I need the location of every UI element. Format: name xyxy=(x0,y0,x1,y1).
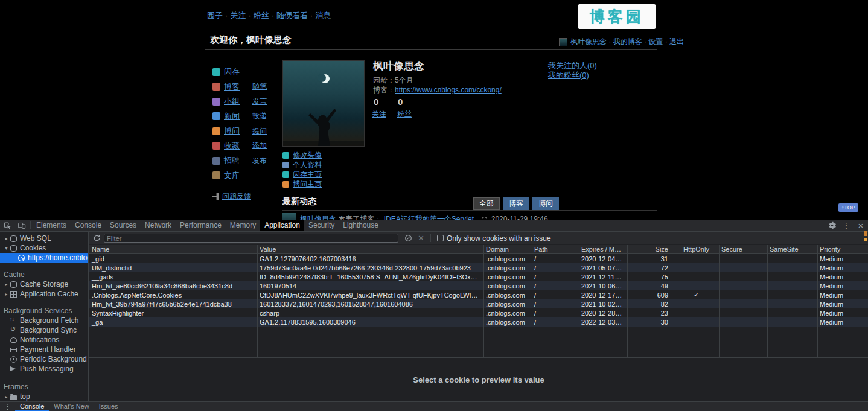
table-row[interactable]: _gaGA1.2.1178831595.1600309046.cnblogs.c… xyxy=(89,317,868,327)
sidebar-item-background-sync[interactable]: Background Sync xyxy=(0,325,88,335)
tab-network[interactable]: Network xyxy=(141,220,176,231)
feed-user-link[interactable]: 枫叶像思念 xyxy=(300,215,336,220)
devtools-menu-icon[interactable]: ⋮ xyxy=(839,220,854,231)
refresh-icon[interactable] xyxy=(89,234,104,242)
menu-action-link[interactable]: 添加 xyxy=(252,141,267,151)
column-header[interactable]: Domain xyxy=(483,246,532,253)
tab-security[interactable]: Security xyxy=(304,220,339,231)
menu-row: 小组发言 xyxy=(212,94,267,109)
menu-item-link[interactable]: 收藏 xyxy=(224,141,240,151)
inspect-element-icon[interactable] xyxy=(0,220,14,231)
nav-link[interactable]: 随便看看 xyxy=(276,11,308,20)
menu-action-link[interactable]: 发布 xyxy=(252,156,267,166)
follow-link[interactable]: 我的粉丝(0) xyxy=(548,71,597,80)
drawer-menu-icon[interactable]: ⋮ xyxy=(4,402,11,411)
sidebar-item-cache-storage[interactable]: ▸Cache Storage xyxy=(0,279,88,289)
tab-application[interactable]: Application xyxy=(260,220,304,231)
following-link[interactable]: 关注 xyxy=(372,109,386,119)
devtools-close-icon[interactable]: × xyxy=(854,220,868,231)
device-toolbar-icon[interactable] xyxy=(14,220,29,231)
feedback-link[interactable]: 问题反馈 xyxy=(222,191,251,202)
feed-tab[interactable]: 博客 xyxy=(503,197,529,210)
cnblogs-logo[interactable]: 博客园 xyxy=(578,4,656,29)
column-header[interactable]: Name xyxy=(89,246,257,253)
delete-selected-icon[interactable]: ✕ xyxy=(418,234,424,243)
table-row[interactable]: SyntaxHighlightercsharp.cnblogs.com/2020… xyxy=(89,308,868,317)
menu-item-link[interactable]: 闪存 xyxy=(224,66,240,77)
tab-elements[interactable]: Elements xyxy=(32,220,71,231)
table-row[interactable]: _gidGA1.2.1279076402.1607003416.cnblogs.… xyxy=(89,254,868,263)
cell-expires: 2021-10-02T02:… xyxy=(579,301,627,308)
sidebar-item-payment-handler[interactable]: Payment Handler xyxy=(0,345,88,354)
clear-all-cookies-icon[interactable] xyxy=(404,234,412,242)
followers-link[interactable]: 粉丝 xyxy=(397,109,412,119)
tab-performance[interactable]: Performance xyxy=(176,220,226,231)
table-row[interactable]: Hm_lvt_39b794a97f47c65b6b2e4e1741dcba381… xyxy=(89,299,868,308)
column-header[interactable]: Expires / Max-A… xyxy=(579,246,627,253)
feed-item-avatar[interactable] xyxy=(282,213,296,220)
sidebar-item-push-messaging[interactable]: Push Messaging xyxy=(0,364,88,374)
scrollbar-markers[interactable] xyxy=(864,231,867,243)
feed-tab[interactable]: 全部 xyxy=(473,197,500,210)
menu-item-link[interactable]: 博客 xyxy=(224,81,240,92)
menu-action-link[interactable]: 发言 xyxy=(252,97,267,107)
nav-link[interactable]: 园子 xyxy=(207,11,223,20)
column-header[interactable]: HttpOnly xyxy=(674,246,719,253)
sidebar-item-application-cache[interactable]: ▸Application Cache xyxy=(0,289,88,299)
table-row[interactable]: .Cnblogs.AspNetCore.CookiesCfDJ8AHUmC2Zw… xyxy=(89,290,868,299)
tab-console[interactable]: Console xyxy=(71,220,106,231)
nav-link[interactable]: 消息 xyxy=(315,11,331,20)
column-header[interactable]: Size xyxy=(627,246,674,253)
column-header[interactable]: SameSite xyxy=(767,246,817,253)
menu-action-link[interactable]: 提问 xyxy=(252,126,267,136)
menu-item-link[interactable]: 博问 xyxy=(224,126,240,136)
table-row[interactable]: UM_distinctid1759d73ac0aa4e-0d247bb66e72… xyxy=(89,263,868,272)
drawer-tab-what-s-new[interactable]: What's New xyxy=(49,402,94,411)
user-link[interactable]: 枫叶像思念 xyxy=(570,37,607,46)
sidebar-item-notifications[interactable]: Notifications xyxy=(0,335,88,345)
tab-lighthouse[interactable]: Lighthouse xyxy=(339,220,383,231)
feed-post-link[interactable]: IDEA运行我的第一个Servlet xyxy=(384,215,474,220)
cookies-filter-input[interactable] xyxy=(104,234,398,243)
user-link[interactable]: 我的博客 xyxy=(613,37,642,46)
follow-link[interactable]: 我关注的人(0) xyxy=(548,61,597,71)
sidebar-item-background-fetch[interactable]: Background Fetch xyxy=(0,316,88,325)
blog-url-link[interactable]: https://www.cnblogs.com/cckong/ xyxy=(395,86,502,94)
age-value: 5个月 xyxy=(395,76,413,84)
column-header[interactable]: Value xyxy=(257,246,483,253)
menu-action-link[interactable]: 投递 xyxy=(252,111,267,121)
nav-link[interactable]: 粉丝 xyxy=(254,11,269,20)
profile-action-link[interactable]: 个人资料 xyxy=(293,160,322,170)
profile-action-link[interactable]: 博问主页 xyxy=(293,179,322,190)
menu-action-link[interactable]: 随笔 xyxy=(252,81,267,92)
profile-action-link[interactable]: 修改头像 xyxy=(293,150,322,161)
menu-item-link[interactable]: 小组 xyxy=(224,96,240,107)
user-avatar-thumb[interactable] xyxy=(559,38,567,46)
drawer-tab-issues[interactable]: Issues xyxy=(94,402,123,411)
column-header[interactable]: Path xyxy=(532,246,579,253)
sidebar-item-periodic-background-sync[interactable]: Periodic Background Sync xyxy=(0,354,88,364)
column-header[interactable]: Secure xyxy=(719,246,767,253)
user-link[interactable]: 设置 xyxy=(648,37,663,46)
sidebar-item-https-home-cnblogs-co[interactable]: https://home.cnblogs.co xyxy=(0,253,88,263)
profile-action-link[interactable]: 闪存主页 xyxy=(293,170,322,180)
menu-item-link[interactable]: 招聘 xyxy=(224,155,240,166)
column-header[interactable]: Priority xyxy=(817,246,868,253)
sidebar-item-web-sql[interactable]: ▸Web SQL xyxy=(0,234,88,243)
sidebar-item-top[interactable]: ▸top xyxy=(0,392,88,401)
table-row[interactable]: __gadsID=8d45b9912487f83b:T=1605530758:S… xyxy=(89,272,868,281)
feed-tab[interactable]: 博问 xyxy=(532,197,559,210)
back-to-top-button[interactable]: ↑TOP xyxy=(838,203,858,212)
user-link[interactable]: 退出 xyxy=(669,37,684,46)
issues-only-checkbox[interactable] xyxy=(437,235,444,241)
menu-item-link[interactable]: 文库 xyxy=(224,170,240,181)
table-row[interactable]: Hm_lvt_ae80cc662109a34c868ba6cbe3431c8d1… xyxy=(89,281,868,290)
tab-memory[interactable]: Memory xyxy=(226,220,260,231)
sidebar-item-cookies[interactable]: ▾Cookies xyxy=(0,243,88,253)
cell-priority: Medium xyxy=(817,282,868,290)
settings-gear-icon[interactable] xyxy=(825,220,839,231)
drawer-tab-console[interactable]: Console xyxy=(15,402,49,411)
nav-link[interactable]: 关注 xyxy=(230,11,246,20)
menu-item-link[interactable]: 新闻 xyxy=(224,111,240,122)
tab-sources[interactable]: Sources xyxy=(106,220,141,231)
